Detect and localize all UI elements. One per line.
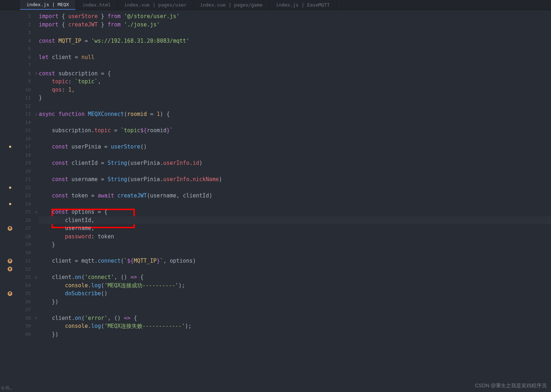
tab[interactable]: index.js | EaseMQTT [269, 0, 337, 10]
code-line[interactable] [39, 265, 551, 274]
code-line[interactable]: qos: 1, [39, 86, 551, 94]
code-line[interactable]: }) [39, 330, 551, 339]
gutter-marker-row[interactable] [0, 167, 20, 176]
line-number[interactable]: 15 [20, 126, 34, 135]
code-line[interactable] [39, 135, 551, 143]
code-line[interactable]: let client = null [39, 53, 551, 62]
tab[interactable]: index.js | MEQX [20, 0, 76, 10]
fold-marker[interactable] [34, 53, 39, 62]
fold-marker[interactable] [34, 78, 39, 86]
gutter-marker-row[interactable] [0, 118, 20, 127]
fold-marker[interactable] [34, 151, 39, 159]
line-number[interactable]: 4 [20, 37, 34, 45]
gutter-marker-row[interactable] [0, 78, 20, 86]
code-line[interactable]: console.log('MEQX连接失败------------'); [39, 322, 551, 330]
line-number[interactable]: 20 [20, 167, 34, 176]
line-number[interactable]: 36 [20, 298, 34, 306]
line-number[interactable]: 31 [20, 257, 34, 265]
gutter-marker-row[interactable] [0, 151, 20, 159]
code-line[interactable]: } [39, 241, 551, 249]
code-line[interactable]: doSubscribe() [39, 289, 551, 298]
line-number[interactable]: 35 [20, 289, 34, 298]
line-number[interactable]: 9 [20, 78, 34, 86]
line-number[interactable]: 16 [20, 135, 34, 143]
line-number[interactable]: 11 [20, 94, 34, 102]
tab[interactable]: index.vue | pages/game [194, 0, 269, 10]
gutter-marker-row[interactable] [0, 102, 20, 110]
line-number[interactable]: 33 [20, 273, 34, 282]
gutter-marker-row[interactable] [0, 159, 20, 167]
fold-marker[interactable] [34, 241, 39, 249]
line-number[interactable]: 13 [20, 110, 34, 118]
fold-marker[interactable] [34, 102, 39, 110]
gutter-marker-row[interactable] [0, 29, 20, 37]
gutter-marker-row[interactable]: M [0, 224, 20, 233]
gutter-marker-row[interactable] [0, 208, 20, 216]
code-line[interactable]: const subscription = { [39, 70, 551, 78]
code-line[interactable]: const username = String(userPinia.userIn… [39, 175, 551, 184]
line-number[interactable]: 12 [20, 102, 34, 110]
tab[interactable]: index.vue | pages/user [118, 0, 194, 10]
fold-marker[interactable]: ⊟ [34, 208, 39, 216]
code-line[interactable] [39, 200, 551, 208]
fold-marker[interactable] [34, 61, 39, 70]
line-number[interactable]: 18 [20, 151, 34, 159]
code-line[interactable] [39, 249, 551, 257]
gutter-marker-row[interactable] [0, 192, 20, 200]
gutter-marker-row[interactable] [0, 200, 20, 208]
gutter-marker-row[interactable] [0, 61, 20, 70]
line-number[interactable]: 17 [20, 143, 34, 151]
code-line[interactable] [39, 184, 551, 192]
fold-marker[interactable] [34, 306, 39, 314]
code-line[interactable]: client.on('connect', () => { [39, 273, 551, 282]
gutter-marker-row[interactable] [0, 70, 20, 78]
gutter-marker-row[interactable] [0, 322, 20, 330]
code-line[interactable] [39, 61, 551, 70]
gutter-marker-row[interactable]: M [0, 265, 20, 274]
line-number[interactable]: 7 [20, 61, 34, 70]
fold-marker[interactable] [34, 126, 39, 135]
line-number[interactable]: 10 [20, 86, 34, 94]
fold-marker[interactable] [34, 12, 39, 21]
fold-marker[interactable] [34, 330, 39, 339]
code-line[interactable]: const userPinia = userStore() [39, 143, 551, 151]
code-line[interactable]: async function MEQXConnect(roomid = 1) { [39, 110, 551, 118]
fold-marker[interactable] [34, 289, 39, 298]
fold-marker[interactable] [34, 37, 39, 45]
line-number[interactable]: 25 [20, 208, 34, 216]
code-line[interactable]: const MQTT_IP = 'ws://192.168.31.20:8083… [39, 37, 551, 45]
gutter-marker-row[interactable] [0, 37, 20, 45]
fold-marker[interactable] [34, 216, 39, 225]
gutter-marker-row[interactable] [0, 306, 20, 314]
fold-marker[interactable] [34, 94, 39, 102]
code-line[interactable] [39, 306, 551, 314]
code-line[interactable]: password: token [39, 233, 551, 241]
line-number[interactable]: 2 [20, 21, 34, 29]
fold-marker[interactable] [34, 159, 39, 167]
line-number[interactable]: 30 [20, 249, 34, 257]
code-line[interactable]: client.on('error', () => { [39, 314, 551, 322]
line-number[interactable]: 1 [20, 12, 34, 21]
line-number[interactable]: 3 [20, 29, 34, 37]
gutter-marker-row[interactable] [0, 86, 20, 94]
fold-marker[interactable]: ⊟ [34, 273, 39, 282]
fold-marker[interactable] [34, 135, 39, 143]
code-line[interactable]: subscription.topic = `topic${roomid}` [39, 126, 551, 135]
code-line[interactable] [39, 29, 551, 37]
fold-marker[interactable] [34, 167, 39, 176]
line-number[interactable]: 5 [20, 45, 34, 53]
gutter-marker-row[interactable] [0, 175, 20, 184]
tab[interactable]: index.html [76, 0, 117, 10]
fold-marker[interactable] [34, 184, 39, 192]
gutter-marker-row[interactable]: M [0, 289, 20, 298]
gutter-marker-row[interactable] [0, 314, 20, 322]
code-line[interactable]: import { createJWT } from './jose.js' [39, 21, 551, 29]
code-line[interactable]: const clientId = String(userPinia.userIn… [39, 159, 551, 167]
line-number[interactable]: 39 [20, 322, 34, 330]
gutter-marker-row[interactable] [0, 21, 20, 29]
code-content[interactable]: import { userStore } from '@/store/user.… [39, 10, 551, 392]
code-line[interactable] [39, 167, 551, 176]
code-line[interactable]: const options = { [39, 208, 551, 216]
code-line[interactable]: client = mqtt.connect(`${MQTT_IP}`, opti… [39, 257, 551, 265]
line-number[interactable]: 27 [20, 224, 34, 233]
